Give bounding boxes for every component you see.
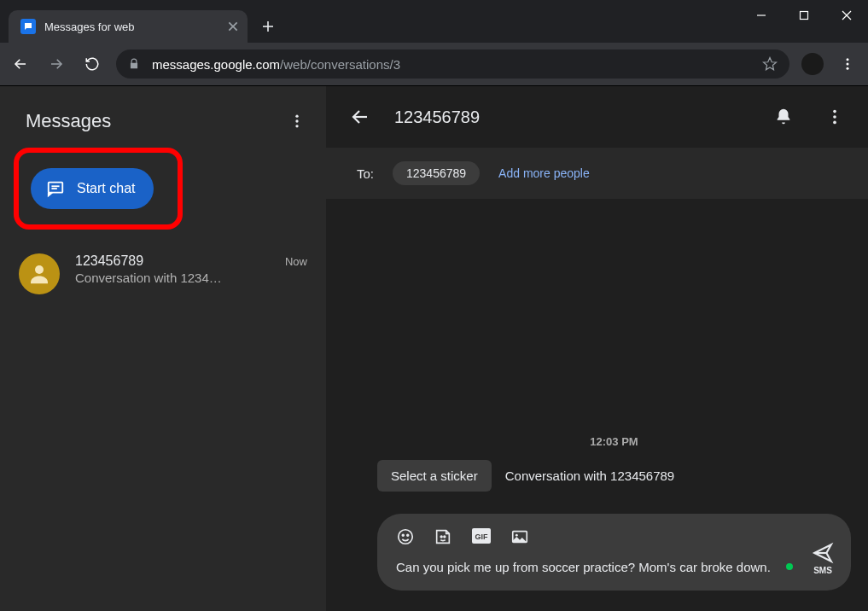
profile-avatar[interactable]: [801, 53, 824, 75]
composer-text-input[interactable]: Can you pick me up from soccer practice?…: [396, 558, 832, 578]
svg-point-25: [399, 529, 413, 544]
nav-forward-button[interactable]: [44, 52, 68, 76]
sidebar-title: Messages: [26, 110, 111, 132]
svg-point-16: [295, 125, 298, 127]
recipient-chip[interactable]: 123456789: [393, 161, 480, 185]
svg-point-24: [833, 121, 836, 125]
svg-marker-10: [764, 58, 777, 70]
svg-point-22: [833, 110, 836, 113]
conversation-menu-button[interactable]: [825, 108, 844, 126]
messages-favicon-icon: [20, 19, 36, 34]
tab-close-button[interactable]: [227, 20, 239, 32]
sidebar: Messages Start chat 123456789 Now Conver…: [0, 86, 326, 611]
svg-point-14: [295, 115, 298, 118]
highlight-annotation: Start chat: [14, 148, 183, 230]
conversation-preview: Conversation with 1234…: [75, 271, 307, 285]
nav-reload-button[interactable]: [80, 52, 104, 76]
send-button[interactable]: SMS: [812, 542, 834, 575]
sticker-icon[interactable]: [434, 527, 452, 546]
browser-menu-button[interactable]: [836, 52, 859, 76]
svg-point-20: [35, 265, 44, 274]
svg-text:GIF: GIF: [475, 532, 489, 541]
window-maximize-button[interactable]: [783, 0, 825, 31]
message-timestamp: 12:03 PM: [377, 435, 851, 448]
svg-point-28: [440, 536, 442, 538]
window-close-button[interactable]: [825, 0, 868, 31]
svg-point-12: [847, 63, 849, 66]
address-bar[interactable]: messages.google.com/web/conversations/3: [116, 49, 789, 79]
svg-point-13: [847, 67, 849, 70]
nav-back-button[interactable]: [9, 52, 32, 76]
notifications-bell-icon[interactable]: [774, 108, 793, 126]
start-chat-button[interactable]: Start chat: [31, 168, 154, 209]
select-sticker-button[interactable]: Select a sticker: [377, 460, 492, 492]
recipient-bar: To: 123456789 Add more people: [326, 148, 868, 199]
send-mode-label: SMS: [813, 566, 832, 575]
conversation-item[interactable]: 123456789 Now Conversation with 1234…: [0, 245, 326, 303]
back-arrow-button[interactable]: [350, 107, 370, 127]
add-people-link[interactable]: Add more people: [498, 166, 590, 180]
tab-title: Messages for web: [44, 20, 227, 33]
gif-icon[interactable]: GIF: [471, 527, 492, 546]
main-panel: 123456789 To: 123456789 Add more people …: [326, 86, 868, 611]
status-dot-icon: [786, 563, 793, 570]
svg-point-27: [407, 534, 409, 536]
to-label: To:: [357, 166, 374, 181]
svg-point-33: [516, 533, 518, 536]
lock-icon: [128, 58, 140, 70]
window-minimize-button[interactable]: [740, 0, 783, 31]
svg-rect-17: [49, 183, 63, 193]
new-tab-button[interactable]: [261, 20, 275, 33]
browser-tab-active[interactable]: Messages for web: [9, 10, 248, 43]
system-message: Conversation with 123456789: [505, 468, 674, 483]
svg-point-11: [847, 58, 849, 61]
svg-point-26: [402, 534, 404, 536]
image-icon[interactable]: [510, 527, 529, 546]
svg-point-29: [444, 536, 446, 538]
conversation-time: Now: [285, 255, 307, 268]
messages-area: 12:03 PM Select a sticker Conversation w…: [326, 199, 868, 514]
svg-point-15: [295, 119, 298, 122]
conversation-name: 123456789: [75, 253, 143, 269]
contact-avatar-icon: [19, 253, 60, 294]
chat-icon: [46, 179, 65, 198]
tab-strip: Messages for web: [9, 10, 275, 43]
url-text: messages.google.com/web/conversations/3: [152, 57, 750, 72]
sidebar-menu-button[interactable]: [288, 113, 306, 130]
conversation-title: 123456789: [394, 108, 750, 127]
message-composer[interactable]: GIF Can you pick me up from soccer pract…: [377, 514, 851, 591]
start-chat-label: Start chat: [77, 181, 135, 196]
svg-rect-1: [801, 12, 808, 20]
emoji-icon[interactable]: [396, 527, 415, 546]
app-container: Messages Start chat 123456789 Now Conver…: [0, 85, 868, 611]
svg-point-23: [833, 115, 836, 119]
bookmark-star-icon[interactable]: [762, 56, 778, 72]
browser-toolbar: messages.google.com/web/conversations/3: [0, 43, 868, 85]
